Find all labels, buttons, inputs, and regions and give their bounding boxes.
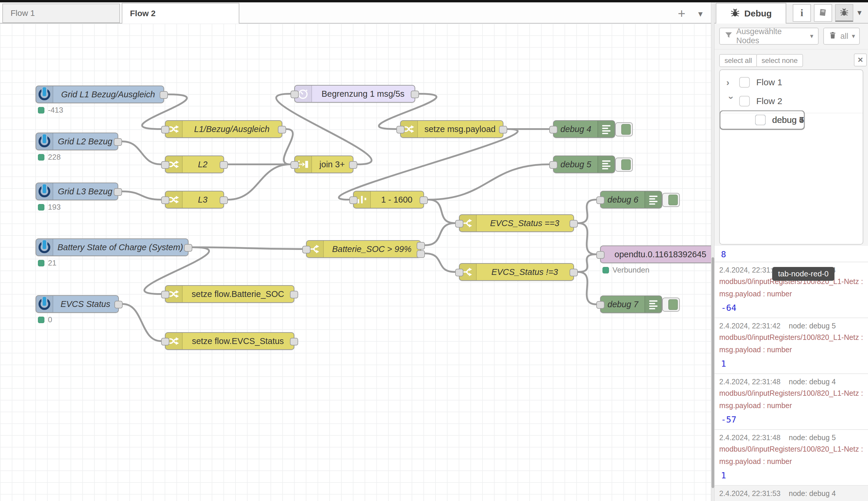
output-port[interactable] xyxy=(114,138,122,146)
output-port[interactable] xyxy=(114,301,122,308)
wire-switch-soc-to-eq3 xyxy=(425,223,455,245)
input-port[interactable] xyxy=(549,161,557,169)
output-port[interactable] xyxy=(411,90,419,98)
input-port[interactable] xyxy=(302,246,311,254)
node-switch-soc[interactable]: Batterie_SOC > 99% xyxy=(306,240,421,258)
checkbox[interactable] xyxy=(739,77,750,88)
node-debug4[interactable]: debug 4 xyxy=(553,120,615,138)
input-port[interactable] xyxy=(396,126,405,134)
output-port[interactable] xyxy=(290,338,298,345)
chevron-down-icon[interactable]: › xyxy=(726,96,737,109)
node-l1[interactable]: L1/Bezug/Ausgleich xyxy=(165,120,282,138)
debug-enable-toggle[interactable] xyxy=(615,122,633,136)
selection-toolbar: select all select none ✕ xyxy=(715,50,868,70)
tree-item-flow-2[interactable]: ›Flow 2 xyxy=(720,92,863,110)
node-debug7[interactable]: debug 7 xyxy=(600,296,662,313)
output-port[interactable] xyxy=(570,220,578,227)
input-port[interactable] xyxy=(596,196,604,204)
input-port[interactable] xyxy=(455,269,463,276)
node-range[interactable]: 1 - 1600 xyxy=(353,191,424,209)
add-flow-button[interactable]: + xyxy=(673,5,690,22)
output-port[interactable] xyxy=(499,126,507,134)
node-label: Grid L1 Bezug/Ausgleich xyxy=(53,86,163,103)
node-setze-status[interactable]: setze flow.EVCS_Status xyxy=(165,332,294,350)
node-setze-soc[interactable]: setze flow.Batterie_SOC xyxy=(165,285,294,303)
node-grid-l2[interactable]: Grid L2 Bezug228 xyxy=(35,132,118,150)
tab-info-button[interactable]: i xyxy=(793,4,811,22)
input-port[interactable] xyxy=(290,90,299,98)
debug-toggle-indicator xyxy=(621,159,631,170)
node-debug5[interactable]: debug 5 xyxy=(553,156,615,173)
flow-list-chevron-down-icon[interactable]: ▾ xyxy=(694,7,707,20)
close-icon[interactable]: ✕ xyxy=(854,54,867,66)
output-port[interactable] xyxy=(184,244,192,252)
node-battery[interactable]: Battery State of Charge (System)21 xyxy=(35,238,189,256)
output-port[interactable] xyxy=(570,269,578,276)
node-label: setze flow.EVCS_Status xyxy=(182,333,294,349)
node-debug6[interactable]: debug 6 xyxy=(600,191,662,209)
output-port[interactable] xyxy=(114,188,122,196)
output-port[interactable] xyxy=(349,161,357,169)
flow-canvas[interactable]: Grid L1 Bezug/Ausgleich-413L1/Bezug/Ausg… xyxy=(0,23,711,501)
tree-item-flow-1[interactable]: ›Flow 1 xyxy=(720,73,863,92)
wire-range-to-eq3 xyxy=(428,200,455,223)
input-port[interactable] xyxy=(161,161,169,169)
node-setze-payload[interactable]: setze msg.payload xyxy=(400,120,503,138)
node-evcs[interactable]: EVCS Status0 xyxy=(35,295,119,313)
output-port[interactable] xyxy=(278,126,286,134)
input-port[interactable] xyxy=(161,291,169,298)
node-opendtu[interactable]: opendtu.0.11618392645Verbunden xyxy=(600,245,711,263)
message-topic: modbus/0/inputRegisters/100/820_L1-Netz … xyxy=(719,387,864,412)
tab-flow-1[interactable]: Flow 1 xyxy=(2,3,120,23)
flow-tab-strip: Flow 1 Flow 2 + ▾ xyxy=(0,2,711,23)
input-port[interactable] xyxy=(549,126,557,134)
tab-flow-2[interactable]: Flow 2 xyxy=(122,3,239,23)
output-port[interactable] xyxy=(417,250,425,258)
list-icon xyxy=(644,191,662,208)
output-port[interactable] xyxy=(290,291,298,298)
output-port[interactable] xyxy=(420,196,428,204)
debug-enable-toggle[interactable] xyxy=(662,298,680,312)
input-port[interactable] xyxy=(290,161,299,169)
message-node: node: debug 4 xyxy=(789,489,836,498)
node-label: EVCS_Status !=3 xyxy=(476,264,574,280)
output-port[interactable] xyxy=(417,242,425,249)
tab-debug[interactable]: Debug xyxy=(716,3,786,23)
node-grid-l3[interactable]: Grid L3 Bezug193 xyxy=(35,183,118,200)
debug-enable-toggle[interactable] xyxy=(662,193,680,207)
node-ne3[interactable]: EVCS_Status !=3 xyxy=(459,263,574,281)
select-none-button[interactable]: select none xyxy=(756,54,803,67)
sidebar-menu-chevron-down-icon[interactable]: ▾ xyxy=(857,8,861,17)
checkbox[interactable] xyxy=(755,115,766,125)
output-port[interactable] xyxy=(219,196,228,204)
tab-help-button[interactable] xyxy=(814,4,832,22)
node-join[interactable]: join 3+ xyxy=(294,156,353,173)
chevron-right-icon[interactable]: › xyxy=(726,77,739,88)
sidebar-title: Debug xyxy=(744,9,772,19)
node-grid-l1[interactable]: Grid L1 Bezug/Ausgleich-413 xyxy=(35,86,164,103)
output-port[interactable] xyxy=(219,161,228,169)
input-port[interactable] xyxy=(161,338,169,345)
debug-enable-toggle[interactable] xyxy=(615,158,633,172)
node-eq3[interactable]: EVCS_Status ==3 xyxy=(459,214,574,232)
input-port[interactable] xyxy=(596,301,604,309)
node-l2[interactable]: L2 xyxy=(165,156,224,173)
tab-debug-button[interactable] xyxy=(835,4,853,22)
input-port[interactable] xyxy=(455,220,463,227)
input-port[interactable] xyxy=(161,196,169,204)
node-l3[interactable]: L3 xyxy=(165,191,224,209)
status-text: 193 xyxy=(48,203,61,212)
clear-messages-dropdown[interactable]: all ▾ xyxy=(823,28,860,45)
input-port[interactable] xyxy=(596,251,604,259)
debug-scrollbar-thumb[interactable] xyxy=(711,257,714,488)
select-all-button[interactable]: select all xyxy=(719,54,757,67)
input-port[interactable] xyxy=(349,196,357,204)
checkbox[interactable] xyxy=(739,96,750,106)
output-port[interactable] xyxy=(160,91,168,99)
input-port[interactable] xyxy=(161,126,169,134)
node-begrenzung[interactable]: Begrenzung 1 msg/5s xyxy=(294,85,415,103)
message-topic: modbus/0/inputRegisters/100/820_L1-Netz … xyxy=(719,331,864,356)
tree-item-debug-7[interactable]: debug 7 xyxy=(720,110,804,129)
wire-switch-soc-to-ne3 xyxy=(425,254,455,272)
filter-nodes-dropdown[interactable]: Ausgewählte Nodes ▾ xyxy=(719,28,818,45)
